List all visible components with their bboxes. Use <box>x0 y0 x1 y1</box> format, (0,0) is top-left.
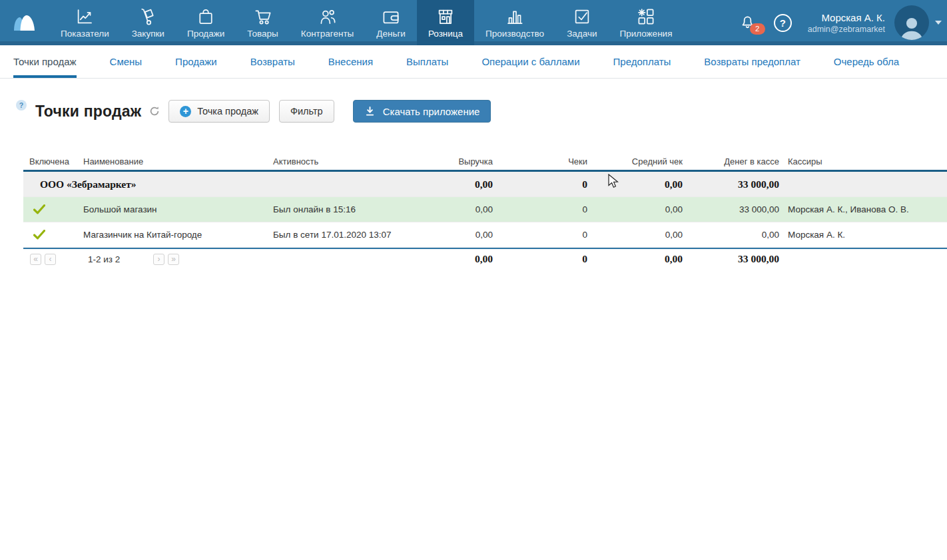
organization-name: ООО «Зебрамаркет» <box>23 178 406 190</box>
column-header-checks[interactable]: Чеки <box>493 156 587 166</box>
table-row[interactable]: Магазинчик на Китай-городе Был в сети 17… <box>23 222 947 248</box>
notifications-button[interactable]: 2 <box>739 13 757 33</box>
check-icon <box>33 230 45 240</box>
pos-cashiers: Морская А. К., Иванова О. В. <box>779 204 947 214</box>
top-navbar: Показатели Закупки Продажи Товары Контра… <box>0 0 947 45</box>
pos-avg-check: 0,00 <box>587 230 683 240</box>
nav-item-label: Показатели <box>61 29 109 39</box>
cloud-logo-icon <box>12 13 37 32</box>
nav-item-label: Товары <box>247 29 278 39</box>
add-button-label: Точка продаж <box>197 106 258 117</box>
pagination-first-button[interactable]: « <box>30 254 41 265</box>
add-point-of-sale-button[interactable]: + Точка продаж <box>168 100 270 123</box>
nav-item-apps[interactable]: Приложения <box>608 0 683 45</box>
pos-revenue: 0,00 <box>406 204 493 214</box>
pos-revenue: 0,00 <box>406 230 493 240</box>
table-header-row: Включена Наименование Активность Выручка… <box>23 153 947 172</box>
user-name: Морская А. К. <box>808 12 885 23</box>
nav-item-label: Розница <box>428 29 463 39</box>
table-footer-row: « ‹ 1-2 из 2 › » 0,00 0 0,00 33 000,00 <box>23 248 947 269</box>
tab-deposits[interactable]: Внесения <box>328 45 373 78</box>
pos-activity: Был онлайн в 15:16 <box>273 204 406 214</box>
refresh-button[interactable] <box>149 106 160 117</box>
filter-button-label: Фильтр <box>290 106 323 117</box>
download-icon <box>364 106 376 117</box>
download-button-label: Скачать приложение <box>383 106 480 117</box>
nav-item-sales[interactable]: Продажи <box>176 0 236 45</box>
nav-item-tasks[interactable]: Задачи <box>555 0 608 45</box>
storefront-icon <box>436 7 456 27</box>
tab-prepayment-returns[interactable]: Возвраты предоплат <box>704 45 800 78</box>
points-of-sale-table: Включена Наименование Активность Выручка… <box>23 153 947 269</box>
pagination-prev-button[interactable]: ‹ <box>45 254 56 265</box>
navbar-right-cluster: 2 ? Морская А. К. admin@zebramarket <box>739 0 947 45</box>
column-header-avg-check[interactable]: Средний чек <box>587 156 683 166</box>
group-cash: 33 000,00 <box>683 178 779 190</box>
page-toolbar: ? Точки продаж + Точка продаж Фильтр Ска… <box>16 99 947 123</box>
nav-item-goods[interactable]: Товары <box>236 0 289 45</box>
pos-checks: 0 <box>493 230 587 240</box>
tab-payouts[interactable]: Выплаты <box>406 45 448 78</box>
nav-item-indicators[interactable]: Показатели <box>49 0 121 45</box>
tab-queue[interactable]: Очередь обла <box>834 45 899 78</box>
person-silhouette-icon <box>898 14 926 40</box>
pos-activity: Был в сети 17.01.2020 13:07 <box>273 230 406 240</box>
column-header-cashiers[interactable]: Кассиры <box>779 156 947 166</box>
total-revenue: 0,00 <box>406 253 493 265</box>
hand-truck-icon <box>138 7 158 27</box>
shopping-cart-icon <box>253 7 273 27</box>
tab-shifts[interactable]: Смены <box>110 45 143 78</box>
table-row[interactable]: Большой магазин Был онлайн в 15:16 0,00 … <box>23 197 947 222</box>
tab-bonus-operations[interactable]: Операции с баллами <box>481 45 579 78</box>
nav-item-money[interactable]: Деньги <box>365 0 417 45</box>
nav-item-counterparties[interactable]: Контрагенты <box>290 0 366 45</box>
column-header-revenue[interactable]: Выручка <box>406 156 493 166</box>
nav-item-retail[interactable]: Розница <box>417 0 474 45</box>
notification-count-badge: 2 <box>750 23 765 35</box>
filter-button[interactable]: Фильтр <box>279 100 334 123</box>
user-info: Морская А. К. admin@zebramarket <box>808 12 885 34</box>
enabled-cell <box>23 230 83 240</box>
user-email: admin@zebramarket <box>808 25 885 34</box>
column-header-enabled[interactable]: Включена <box>23 156 83 166</box>
pagination: « ‹ 1-2 из 2 › » <box>23 254 406 265</box>
section-tabbar: Точки продаж Смены Продажи Возвраты Внес… <box>0 45 947 79</box>
tab-returns[interactable]: Возвраты <box>250 45 295 78</box>
nav-item-label: Продажи <box>187 29 224 39</box>
user-menu[interactable]: Морская А. К. admin@zebramarket <box>808 5 942 40</box>
tab-points-of-sale[interactable]: Точки продаж <box>13 45 77 78</box>
check-icon <box>33 204 45 214</box>
help-button[interactable]: ? <box>774 14 792 32</box>
nav-item-purchases[interactable]: Закупки <box>121 0 176 45</box>
download-app-button[interactable]: Скачать приложение <box>353 100 491 123</box>
nav-item-label: Закупки <box>132 29 164 39</box>
pagination-last-button[interactable]: » <box>168 254 179 265</box>
pos-name: Большой магазин <box>83 204 273 214</box>
pagination-next-button[interactable]: › <box>153 254 164 265</box>
app-logo[interactable] <box>0 0 49 45</box>
tab-prepayments[interactable]: Предоплаты <box>613 45 671 78</box>
people-icon <box>318 7 338 27</box>
nav-item-label: Приложения <box>619 29 672 39</box>
total-avg-check: 0,00 <box>587 253 683 265</box>
table-group-row[interactable]: ООО «Зебрамаркет» 0,00 0 0,00 33 000,00 <box>23 172 947 197</box>
nav-item-production[interactable]: Производство <box>474 0 555 45</box>
shopping-bag-icon <box>196 7 216 27</box>
task-check-icon <box>572 7 592 27</box>
nav-item-label: Контрагенты <box>301 29 354 39</box>
column-header-name[interactable]: Наименование <box>83 156 273 166</box>
apps-grid-icon <box>636 7 656 27</box>
page-help-badge[interactable]: ? <box>16 100 27 111</box>
pos-cash: 33 000,00 <box>683 204 779 214</box>
column-header-cash[interactable]: Денег в кассе <box>683 156 779 166</box>
nav-item-label: Деньги <box>376 29 406 39</box>
group-revenue: 0,00 <box>406 178 493 190</box>
pos-name: Магазинчик на Китай-городе <box>83 230 273 240</box>
enabled-cell <box>23 204 83 214</box>
tab-sales[interactable]: Продажи <box>175 45 217 78</box>
refresh-icon <box>149 106 160 117</box>
column-header-activity[interactable]: Активность <box>273 156 406 166</box>
pagination-label: 1-2 из 2 <box>88 254 123 264</box>
page-title: Точки продаж <box>35 103 141 121</box>
wallet-icon <box>381 7 401 27</box>
